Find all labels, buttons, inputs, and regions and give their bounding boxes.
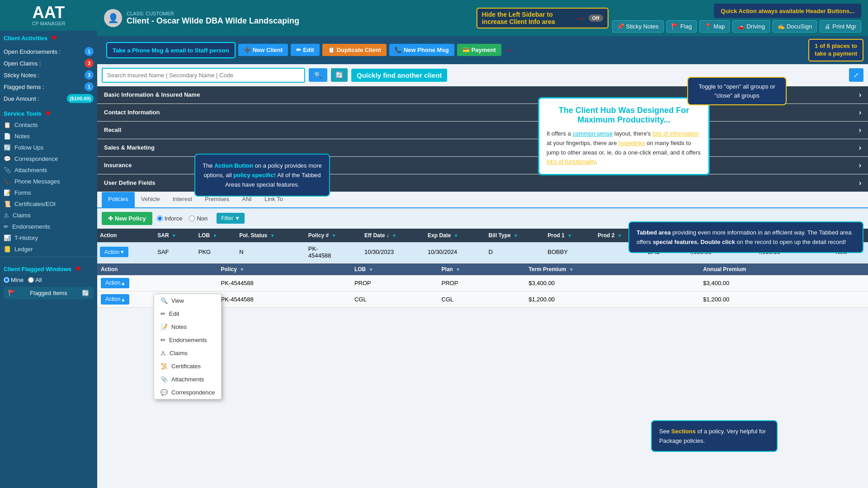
- flagged-arrow: ▼: [74, 264, 82, 274]
- cell-prod1: BOBBY: [545, 242, 595, 263]
- new-client-btn[interactable]: ➕ New Client: [238, 44, 288, 56]
- attachments-icon: 📎: [160, 376, 168, 383]
- flagged-items-btn-icon: 🚩: [8, 290, 15, 296]
- sidebar-item-notes[interactable]: 📄 Notes: [0, 131, 97, 142]
- refresh-button[interactable]: 🔄: [331, 68, 348, 82]
- sub-col-term-prem: Term Premium ▼: [525, 263, 699, 275]
- sub-cell-policy: PK-4544588: [217, 291, 351, 307]
- duplicate-client-btn[interactable]: 📋 Duplicate Client: [322, 44, 387, 56]
- accordion-arrow: ›: [859, 144, 861, 152]
- map-btn[interactable]: 📍 Map: [699, 20, 730, 33]
- notes-icon: 📝: [160, 324, 168, 330]
- accordion-label: Recall: [104, 127, 121, 133]
- sidebar-menu: 📋 Contacts 📄 Notes 🔄 Follow Ups 💬 Corres…: [0, 119, 97, 255]
- context-menu-endorsements[interactable]: ✏ Endorsements: [154, 333, 221, 347]
- sidebar-stats: Open Endorsements : 1 Open Claims : 3 St…: [0, 44, 97, 106]
- toggle-off-btn[interactable]: Off: [589, 14, 603, 22]
- accordion-header-contact[interactable]: Contact Information ›: [97, 104, 868, 121]
- cell-eff-date: 10/30/2023: [362, 242, 425, 263]
- sidebar-item-label: Correspondence: [14, 155, 58, 162]
- sub-table-row[interactable]: Action ▴ PK-4544588 PROP PROP $3,400.00 …: [97, 275, 868, 291]
- context-menu-correspondence[interactable]: 💬 Correspondence: [154, 386, 221, 399]
- non-inforce-option[interactable]: Non: [189, 215, 208, 222]
- flag-btn[interactable]: 🚩 Flag: [666, 20, 697, 33]
- find-client-label: Quickly find another client: [351, 69, 447, 82]
- sidebar-item-t-history[interactable]: 📊 T-History: [0, 232, 97, 244]
- driving-icon: 🚗: [737, 23, 745, 30]
- context-menu-attachments[interactable]: 📎 Attachments: [154, 373, 221, 386]
- inforce-option[interactable]: Inforce: [157, 215, 183, 222]
- cell-exp-date: 10/30/2024: [425, 242, 486, 263]
- mine-label: Mine: [11, 277, 24, 283]
- tab-policies[interactable]: Policies: [102, 192, 135, 207]
- col-eff-date: Eff Date ↓ ▼: [362, 229, 425, 242]
- docusign-btn[interactable]: ✍ DocuSign: [773, 20, 817, 33]
- sidebar-item-correspondence[interactable]: 💬 Correspondence: [0, 153, 97, 164]
- sidebar-item-ledger[interactable]: 📒 Ledger: [0, 244, 97, 255]
- sidebar-item-forms[interactable]: 📝 Forms: [0, 187, 97, 198]
- client-name: Client - Oscar Wilde DBA Wilde Landscapi…: [127, 16, 299, 26]
- print-mgr-btn[interactable]: 🖨 Print Mgr: [820, 20, 861, 33]
- dropdown-arrow: ▴: [122, 280, 125, 286]
- accordion-contact: Contact Information ›: [97, 104, 868, 122]
- tooltip-toggle-text: Toggle to "open" all groups or "close" a…: [698, 83, 775, 99]
- lots-of-info-link: lots of information: [652, 130, 699, 137]
- tab-interest[interactable]: Interest: [166, 192, 198, 207]
- flagged-items-button[interactable]: 🚩 Flagged Items 🔄: [4, 287, 94, 299]
- sticky-notes-btn[interactable]: 📌 Sticky Notes: [612, 20, 664, 33]
- sidebar-item-claims[interactable]: ⚠ Claims: [0, 210, 97, 221]
- sidebar-item-label: T-History: [14, 235, 38, 241]
- sub-cell-lob: PROP: [351, 275, 438, 291]
- context-menu-view[interactable]: 🔍 View: [154, 294, 221, 307]
- payment-btn[interactable]: 💳 Payment: [457, 44, 501, 56]
- accordion-header-recall[interactable]: Recall ›: [97, 122, 868, 139]
- sub-cell-plan: CGL: [438, 291, 525, 307]
- header-buttons-area: Quick Action always available Header But…: [612, 4, 861, 33]
- mine-radio[interactable]: Mine: [4, 277, 24, 283]
- view-icon: 🔍: [160, 297, 168, 304]
- sub-action-btn-1[interactable]: Action ▴: [101, 278, 129, 288]
- sidebar: AAT CP MANAGER Client Activities ▼ Open …: [0, 0, 97, 488]
- accordion-arrow: ›: [859, 161, 861, 169]
- accordion-arrow: ›: [859, 108, 861, 117]
- refresh-icon[interactable]: 🔄: [82, 290, 89, 296]
- new-policy-btn[interactable]: ✚ New Policy: [102, 212, 152, 225]
- client-activities-arrow: ▼: [50, 33, 58, 43]
- expand-groups-btn[interactable]: ⤢: [849, 68, 863, 82]
- col-policy-num: Policy # ▼: [306, 229, 362, 242]
- sidebar-item-phone-messages[interactable]: 📞 Phone Messages: [0, 176, 97, 187]
- non-inforce-label: Non: [197, 215, 208, 222]
- hub-tooltip-text: It offers a common-sense layout, there's…: [547, 129, 701, 167]
- search-button[interactable]: 🔍: [309, 68, 327, 82]
- sub-cell-action[interactable]: Action ▴: [97, 275, 217, 291]
- sidebar-item-attachments[interactable]: 📎 Attachments: [0, 164, 97, 176]
- context-item-label: Attachments: [171, 376, 204, 383]
- sidebar-item-follow-ups[interactable]: 🔄 Follow Ups: [0, 142, 97, 153]
- sub-cell-policy: PK-4544588: [217, 275, 351, 291]
- search-input[interactable]: [102, 68, 305, 83]
- context-menu-edit[interactable]: ✏ Edit: [154, 307, 221, 320]
- docusign-icon: ✍: [778, 23, 785, 30]
- driving-btn[interactable]: 🚗 Driving: [732, 20, 769, 33]
- sidebar-item-label: Contacts: [14, 122, 38, 128]
- all-radio[interactable]: All: [28, 277, 42, 283]
- sidebar-item-endorsements[interactable]: ✏ Endorsements: [0, 221, 97, 232]
- tab-vehicle[interactable]: Vehicle: [135, 192, 166, 207]
- accordion-arrow: ›: [859, 91, 861, 99]
- filter-btn[interactable]: Filter ▼: [217, 213, 245, 224]
- cell-action[interactable]: Action ▾: [97, 242, 155, 263]
- edit-btn[interactable]: ✏ Edit: [291, 44, 320, 56]
- context-item-label: Correspondence: [171, 389, 215, 396]
- action-dropdown-btn[interactable]: Action ▾: [100, 247, 128, 257]
- context-menu-certificates[interactable]: 📜 Certificates: [154, 360, 221, 373]
- sidebar-item-contacts[interactable]: 📋 Contacts: [0, 119, 97, 131]
- context-menu-claims[interactable]: ⚠ Claims: [154, 347, 221, 360]
- stat-label: Due Amount :: [4, 95, 39, 102]
- endorsements-icon: ✏: [160, 337, 165, 343]
- sub-col-plan: Plan ▼: [438, 263, 525, 275]
- sidebar-item-certificates[interactable]: 📜 Certificates/EOI: [0, 198, 97, 210]
- cell-sar: SAF: [155, 242, 196, 263]
- new-phone-msg-btn[interactable]: 📞 New Phone Msg: [389, 44, 454, 56]
- sub-action-btn-2[interactable]: Action ▴: [101, 294, 129, 305]
- context-menu-notes[interactable]: 📝 Notes: [154, 320, 221, 333]
